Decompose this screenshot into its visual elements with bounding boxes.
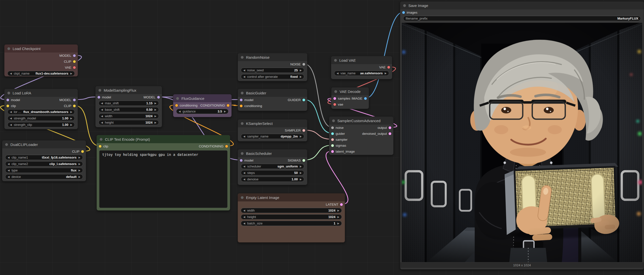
decrement-arrow-icon[interactable]: ◀ [243,178,245,181]
node-clip-text-encode[interactable]: CLIP Text Encode (Prompt)clipCONDITIONIN… [96,135,230,211]
increment-arrow-icon[interactable]: ▶ [70,111,72,113]
widget-lor-[interactable]: ◀lor ...flux_dreambooth.safetensors▶ [8,109,75,114]
decrement-arrow-icon[interactable]: ◀ [179,110,181,113]
collapse-dot-icon[interactable] [8,47,10,50]
increment-arrow-icon[interactable]: ▶ [300,172,302,174]
widget-control-after-generate[interactable]: ◀control after generatefixed▶ [241,74,304,79]
widget-batch-size[interactable]: ◀batch_size1▶ [241,221,342,226]
output-port-dot[interactable] [225,145,228,148]
node-save-image[interactable]: Save Imageimagesfilename_prefixMarkuryFL… [400,1,644,269]
increment-arrow-icon[interactable]: ▶ [78,176,80,178]
node-sampler-custom-advanced[interactable]: SamplerCustomAdvancednoiseoutputguiderde… [329,116,394,155]
collapse-dot-icon[interactable] [241,152,244,155]
decrement-arrow-icon[interactable]: ◀ [243,165,245,168]
decrement-arrow-icon[interactable]: ◀ [8,163,10,165]
output-port-dot[interactable] [73,60,76,63]
input-port-dot[interactable] [240,105,242,107]
node-dual-clip-loader[interactable]: DualCLIPLoaderCLIP◀clip_name1t5xxl_fp16.… [2,140,86,181]
widget-filename-prefix[interactable]: filename_prefixMarkuryFLUX [403,16,641,21]
decrement-arrow-icon[interactable]: ◀ [10,72,12,75]
input-port-dot[interactable] [6,99,9,101]
widget-vae-name[interactable]: ◀vae_nameae.safetensors▶ [334,71,389,76]
increment-arrow-icon[interactable]: ▶ [224,110,226,113]
widget-denoise[interactable]: ◀denoise1.00▶ [241,177,304,182]
node-basic-scheduler[interactable]: BasicSchedulermodelSIGMAS◀schedulersgm_u… [238,149,308,185]
node-empty-latent-image[interactable]: Empty Latent ImageLATENT◀width1024▶◀heig… [238,193,345,242]
collapse-dot-icon[interactable] [241,122,244,125]
node-basic-guider[interactable]: BasicGuidermodelGUIDERconditioning [238,89,308,111]
input-port-dot[interactable] [331,150,334,153]
collapse-dot-icon[interactable] [403,4,406,7]
output-port-dot[interactable] [157,96,160,99]
decrement-arrow-icon[interactable]: ◀ [10,124,12,126]
increment-arrow-icon[interactable]: ▶ [300,76,302,78]
output-port-dot[interactable] [73,66,76,69]
decrement-arrow-icon[interactable]: ◀ [8,176,10,178]
decrement-arrow-icon[interactable]: ◀ [243,69,245,72]
decrement-arrow-icon[interactable]: ◀ [10,117,12,120]
input-port-dot[interactable] [331,138,334,141]
collapse-dot-icon[interactable] [241,92,244,94]
decrement-arrow-icon[interactable]: ◀ [101,109,103,111]
widget-strength-model[interactable]: ◀strength_model1.00▶ [8,116,75,121]
collapse-dot-icon[interactable] [98,89,101,92]
collapse-dot-icon[interactable] [334,90,337,93]
node-load-lora[interactable]: Load LoRAmodelMODELclipCLIP◀lor ...flux_… [4,89,78,129]
input-port-dot[interactable] [331,132,334,135]
decrement-arrow-icon[interactable]: ◀ [101,121,103,124]
decrement-arrow-icon[interactable]: ◀ [243,172,245,174]
node-vae-decode[interactable]: VAE DecodesamplesIMAGEvae [331,87,369,109]
input-port-dot[interactable] [240,99,242,101]
increment-arrow-icon[interactable]: ▶ [337,222,339,225]
output-port-dot[interactable] [302,129,305,132]
input-port-dot[interactable] [175,104,178,107]
decrement-arrow-icon[interactable]: ◀ [8,169,10,172]
output-port-dot[interactable] [364,97,367,100]
widget-height[interactable]: ◀height1024▶ [98,120,159,125]
widget-sampler-name[interactable]: ◀sampler_namedpmpp_2m▶ [241,134,304,139]
output-port-dot[interactable] [340,203,343,206]
increment-arrow-icon[interactable]: ▶ [70,124,72,126]
collapse-dot-icon[interactable] [8,92,10,94]
widget-type[interactable]: ◀typeflux▶ [5,168,83,173]
increment-arrow-icon[interactable]: ▶ [154,121,156,124]
widget-guidance[interactable]: ◀guidance3.5▶ [176,109,228,114]
input-port-dot[interactable] [6,105,9,107]
output-port-dot[interactable] [388,132,391,135]
output-port-dot[interactable] [387,66,390,69]
increment-arrow-icon[interactable]: ▶ [70,117,72,120]
output-port-dot[interactable] [73,99,76,101]
widget-width[interactable]: ◀width1024▶ [98,113,159,119]
increment-arrow-icon[interactable]: ▶ [337,209,339,212]
input-port-dot[interactable] [402,11,405,14]
node-load-checkpoint[interactable]: Load CheckpointMODELCLIPVAE◀ckpt_nameflu… [4,44,78,77]
node-model-sampling-flux[interactable]: ModelSamplingFluxmodelMODEL◀max_shift1.1… [95,86,162,127]
collapse-dot-icon[interactable] [334,59,337,62]
input-port-dot[interactable] [331,144,334,147]
collapse-dot-icon[interactable] [100,138,102,141]
widget-clip-name1[interactable]: ◀clip_name1t5xxl_fp16.safetensors▶ [5,155,83,160]
widget-strength-clip[interactable]: ◀strength_clip1.00▶ [8,122,75,127]
output-port-dot[interactable] [227,104,230,107]
decrement-arrow-icon[interactable]: ◀ [101,102,103,105]
input-port-dot[interactable] [334,103,336,106]
collapse-dot-icon[interactable] [176,97,179,100]
widget-steps[interactable]: ◀steps50▶ [241,170,304,175]
increment-arrow-icon[interactable]: ▶ [337,216,339,218]
widget-noise-seed[interactable]: ◀noise_seed25▶ [241,68,304,73]
node-flux-guidance[interactable]: FluxGuidanceconditioningCONDITIONING◀gui… [173,94,232,117]
increment-arrow-icon[interactable]: ▶ [300,178,302,181]
graph-canvas[interactable]: Load CheckpointMODELCLIPVAE◀ckpt_nameflu… [0,0,644,275]
decrement-arrow-icon[interactable]: ◀ [10,111,12,113]
output-port-dot[interactable] [302,99,305,101]
increment-arrow-icon[interactable]: ▶ [154,102,156,105]
node-ksampler-select[interactable]: KSamplerSelectSAMPLER◀sampler_namedpmpp_… [238,119,308,141]
output-port-dot[interactable] [73,54,76,57]
widget-ckpt-name[interactable]: ◀ckpt_nameflux1-dev.safetensors▶ [8,71,75,76]
increment-arrow-icon[interactable]: ▶ [78,163,80,165]
collapse-dot-icon[interactable] [241,56,244,59]
decrement-arrow-icon[interactable]: ◀ [336,72,338,75]
output-port-dot[interactable] [73,105,76,107]
increment-arrow-icon[interactable]: ▶ [78,156,80,159]
prompt-textarea[interactable]: tjtoy toy holding sparkgpu gpu in a data… [99,150,228,208]
